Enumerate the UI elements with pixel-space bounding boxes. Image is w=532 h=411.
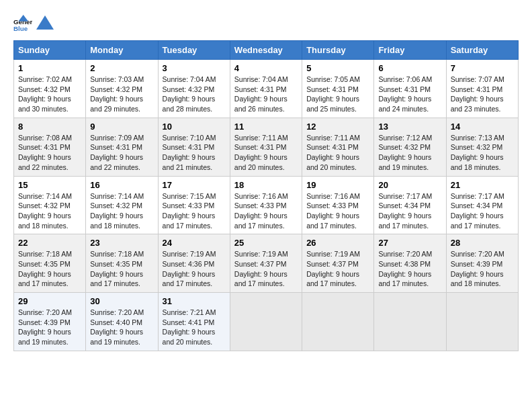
calendar-week-4: 22 Sunrise: 7:18 AMSunset: 4:35 PMDaylig…: [14, 234, 519, 293]
calendar-day-9: 9 Sunrise: 7:09 AMSunset: 4:31 PMDayligh…: [86, 118, 158, 176]
day-info: Sunrise: 7:09 AMSunset: 4:31 PMDaylight:…: [90, 134, 144, 171]
day-number: 18: [234, 180, 298, 190]
logo-triangle-icon: [35, 13, 55, 34]
day-info: Sunrise: 7:07 AMSunset: 4:31 PMDaylight:…: [451, 75, 504, 113]
calendar-day-5: 5 Sunrise: 7:05 AMSunset: 4:31 PMDayligh…: [302, 60, 374, 118]
day-number: 1: [18, 63, 81, 73]
calendar-day-25: 25 Sunrise: 7:19 AMSunset: 4:37 PMDaylig…: [230, 234, 302, 293]
calendar-day-26: 26 Sunrise: 7:19 AMSunset: 4:37 PMDaylig…: [302, 234, 374, 293]
day-info: Sunrise: 7:14 AMSunset: 4:32 PMDaylight:…: [90, 192, 144, 230]
day-number: 3: [163, 63, 226, 73]
day-info: Sunrise: 7:20 AMSunset: 4:40 PMDaylight:…: [90, 308, 144, 346]
day-number: 30: [90, 296, 153, 306]
calendar-day-10: 10 Sunrise: 7:10 AMSunset: 4:31 PMDaylig…: [158, 118, 230, 176]
calendar-day-19: 19 Sunrise: 7:16 AMSunset: 4:33 PMDaylig…: [302, 176, 374, 234]
day-number: 15: [18, 180, 81, 190]
header-tuesday: Tuesday: [158, 41, 230, 60]
day-info: Sunrise: 7:20 AMSunset: 4:39 PMDaylight:…: [451, 250, 504, 287]
calendar-day-14: 14 Sunrise: 7:13 AMSunset: 4:32 PMDaylig…: [446, 118, 518, 176]
header-wednesday: Wednesday: [230, 41, 302, 60]
day-number: 24: [163, 238, 226, 248]
calendar-table: SundayMondayTuesdayWednesdayThursdayFrid…: [13, 40, 519, 351]
day-number: 31: [163, 296, 226, 306]
day-number: 19: [306, 180, 369, 190]
calendar-day-7: 7 Sunrise: 7:07 AMSunset: 4:31 PMDayligh…: [446, 60, 518, 118]
svg-text:Blue: Blue: [13, 25, 28, 32]
day-number: 16: [90, 180, 153, 190]
calendar-day-13: 13 Sunrise: 7:12 AMSunset: 4:32 PMDaylig…: [374, 118, 446, 176]
day-number: 17: [163, 180, 226, 190]
day-info: Sunrise: 7:15 AMSunset: 4:33 PMDaylight:…: [163, 192, 216, 230]
calendar-week-5: 29 Sunrise: 7:20 AMSunset: 4:39 PMDaylig…: [14, 293, 519, 351]
day-info: Sunrise: 7:12 AMSunset: 4:32 PMDaylight:…: [378, 134, 432, 171]
day-number: 20: [378, 180, 441, 190]
header-saturday: Saturday: [446, 41, 518, 60]
calendar-day-15: 15 Sunrise: 7:14 AMSunset: 4:32 PMDaylig…: [14, 176, 86, 234]
day-info: Sunrise: 7:17 AMSunset: 4:34 PMDaylight:…: [378, 192, 432, 230]
day-number: 23: [90, 238, 153, 248]
day-number: 12: [306, 122, 369, 132]
day-number: 26: [306, 238, 369, 248]
empty-cell: [230, 293, 302, 351]
day-info: Sunrise: 7:19 AMSunset: 4:37 PMDaylight:…: [234, 250, 288, 287]
calendar-day-30: 30 Sunrise: 7:20 AMSunset: 4:40 PMDaylig…: [86, 293, 158, 351]
day-info: Sunrise: 7:16 AMSunset: 4:33 PMDaylight:…: [234, 192, 288, 230]
calendar-day-28: 28 Sunrise: 7:20 AMSunset: 4:39 PMDaylig…: [446, 234, 518, 293]
day-number: 29: [18, 296, 81, 306]
logo: General Blue: [13, 13, 55, 34]
calendar-day-27: 27 Sunrise: 7:20 AMSunset: 4:38 PMDaylig…: [374, 234, 446, 293]
calendar-day-6: 6 Sunrise: 7:06 AMSunset: 4:31 PMDayligh…: [374, 60, 446, 118]
day-info: Sunrise: 7:18 AMSunset: 4:35 PMDaylight:…: [18, 250, 72, 287]
calendar-day-20: 20 Sunrise: 7:17 AMSunset: 4:34 PMDaylig…: [374, 176, 446, 234]
logo-icon: General Blue: [13, 14, 32, 33]
empty-cell: [302, 293, 374, 351]
day-info: Sunrise: 7:10 AMSunset: 4:31 PMDaylight:…: [163, 134, 216, 171]
day-info: Sunrise: 7:11 AMSunset: 4:31 PMDaylight:…: [234, 134, 288, 171]
calendar-day-4: 4 Sunrise: 7:04 AMSunset: 4:31 PMDayligh…: [230, 60, 302, 118]
day-info: Sunrise: 7:04 AMSunset: 4:31 PMDaylight:…: [234, 75, 288, 113]
calendar-day-23: 23 Sunrise: 7:18 AMSunset: 4:35 PMDaylig…: [86, 234, 158, 293]
day-info: Sunrise: 7:03 AMSunset: 4:32 PMDaylight:…: [90, 75, 144, 113]
header-friday: Friday: [374, 41, 446, 60]
day-info: Sunrise: 7:04 AMSunset: 4:32 PMDaylight:…: [163, 75, 216, 113]
calendar-day-1: 1 Sunrise: 7:02 AMSunset: 4:32 PMDayligh…: [14, 60, 86, 118]
calendar-day-18: 18 Sunrise: 7:16 AMSunset: 4:33 PMDaylig…: [230, 176, 302, 234]
calendar-day-24: 24 Sunrise: 7:19 AMSunset: 4:36 PMDaylig…: [158, 234, 230, 293]
day-number: 13: [378, 122, 441, 132]
calendar-day-17: 17 Sunrise: 7:15 AMSunset: 4:33 PMDaylig…: [158, 176, 230, 234]
calendar-day-2: 2 Sunrise: 7:03 AMSunset: 4:32 PMDayligh…: [86, 60, 158, 118]
day-number: 14: [451, 122, 514, 132]
day-number: 11: [234, 122, 298, 132]
day-number: 2: [90, 63, 153, 73]
day-number: 25: [234, 238, 298, 248]
day-number: 6: [378, 63, 441, 73]
calendar-day-29: 29 Sunrise: 7:20 AMSunset: 4:39 PMDaylig…: [14, 293, 86, 351]
calendar-day-22: 22 Sunrise: 7:18 AMSunset: 4:35 PMDaylig…: [14, 234, 86, 293]
calendar-day-16: 16 Sunrise: 7:14 AMSunset: 4:32 PMDaylig…: [86, 176, 158, 234]
day-number: 27: [378, 238, 441, 248]
svg-marker-3: [36, 15, 54, 30]
day-number: 22: [18, 238, 81, 248]
empty-cell: [374, 293, 446, 351]
header-thursday: Thursday: [302, 41, 374, 60]
day-number: 5: [306, 63, 369, 73]
page-header: General Blue: [13, 13, 519, 34]
day-info: Sunrise: 7:05 AMSunset: 4:31 PMDaylight:…: [306, 75, 360, 113]
day-info: Sunrise: 7:20 AMSunset: 4:39 PMDaylight:…: [18, 308, 72, 346]
day-info: Sunrise: 7:16 AMSunset: 4:33 PMDaylight:…: [306, 192, 360, 230]
calendar-day-31: 31 Sunrise: 7:21 AMSunset: 4:41 PMDaylig…: [158, 293, 230, 351]
day-info: Sunrise: 7:20 AMSunset: 4:38 PMDaylight:…: [378, 250, 432, 287]
day-info: Sunrise: 7:21 AMSunset: 4:41 PMDaylight:…: [163, 308, 216, 346]
day-number: 21: [451, 180, 514, 190]
calendar-day-3: 3 Sunrise: 7:04 AMSunset: 4:32 PMDayligh…: [158, 60, 230, 118]
day-number: 28: [451, 238, 514, 248]
day-info: Sunrise: 7:19 AMSunset: 4:37 PMDaylight:…: [306, 250, 360, 287]
day-number: 9: [90, 122, 153, 132]
calendar-week-2: 8 Sunrise: 7:08 AMSunset: 4:31 PMDayligh…: [14, 118, 519, 176]
empty-cell: [446, 293, 518, 351]
calendar-day-8: 8 Sunrise: 7:08 AMSunset: 4:31 PMDayligh…: [14, 118, 86, 176]
calendar-header-row: SundayMondayTuesdayWednesdayThursdayFrid…: [14, 41, 519, 60]
calendar-week-3: 15 Sunrise: 7:14 AMSunset: 4:32 PMDaylig…: [14, 176, 519, 234]
day-info: Sunrise: 7:11 AMSunset: 4:31 PMDaylight:…: [306, 134, 360, 171]
day-info: Sunrise: 7:14 AMSunset: 4:32 PMDaylight:…: [18, 192, 72, 230]
